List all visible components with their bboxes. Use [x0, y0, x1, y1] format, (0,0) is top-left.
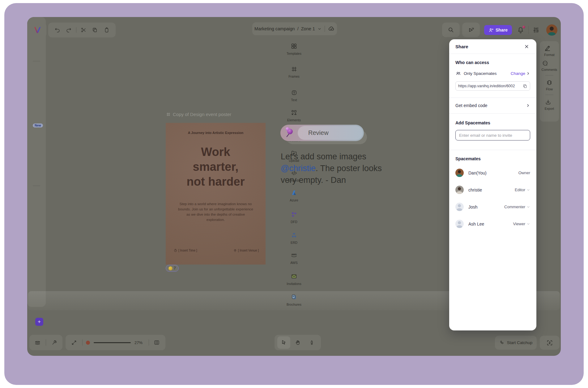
new-badge: New: [33, 123, 43, 127]
zoom-slider-track[interactable]: [94, 342, 131, 343]
change-label: Change: [511, 71, 525, 76]
app-logo[interactable]: [30, 23, 46, 37]
vani-logo-icon: [34, 26, 42, 34]
frame-icon-small: [166, 112, 171, 117]
rail-item-export[interactable]: Export: [545, 99, 554, 110]
chevron-right-icon: [526, 71, 530, 75]
rail-item-flow[interactable]: Flow: [546, 79, 553, 91]
zia-button[interactable]: [540, 336, 560, 350]
left-sidebar: Templates Frames Text Elements New Struc…: [27, 17, 46, 307]
close-icon[interactable]: [524, 43, 530, 50]
format-icon: [544, 45, 554, 52]
right-rail: Format Comments Flow Export: [540, 41, 559, 122]
sidebar-divider: [33, 61, 40, 61]
avatar-head: [550, 27, 554, 31]
role-dropdown[interactable]: Viewer: [513, 222, 530, 226]
add-library-button[interactable]: +: [35, 318, 43, 326]
reaction-badge[interactable]: 7: [166, 265, 179, 272]
zia-icon: [546, 339, 553, 346]
phone-icon: [499, 340, 505, 345]
avatar-dan: [455, 169, 464, 177]
redo-icon[interactable]: [65, 26, 73, 34]
rail-item-format[interactable]: Format: [544, 45, 554, 57]
pin-icon[interactable]: [50, 338, 59, 347]
review-tag[interactable]: Review: [280, 125, 364, 141]
breadcrumb-project[interactable]: Marketing campaign: [254, 26, 295, 31]
app-window: Marketing campaign / Zone 1 Share Templa…: [27, 17, 561, 356]
rail-label: Export: [545, 107, 554, 110]
chevron-down-icon[interactable]: [317, 27, 322, 31]
notifications-button[interactable]: [517, 26, 525, 34]
access-value: Only Spacemates: [464, 71, 497, 76]
rail-label: Comments: [542, 68, 557, 71]
spacemate-name: christie: [468, 188, 510, 192]
person-add-icon: [488, 28, 494, 33]
pen-tool[interactable]: [305, 336, 318, 349]
edit-toolbar: [48, 23, 116, 37]
share-link-input[interactable]: [458, 84, 523, 88]
get-embed-row[interactable]: Get embed code: [449, 97, 536, 114]
poster-canvas-object[interactable]: A Journey into Artistic Expression Work …: [166, 123, 266, 265]
minimap-icon[interactable]: [152, 338, 161, 347]
avatar-placeholder: [455, 203, 464, 211]
share-panel-header: Share: [449, 39, 536, 54]
share-link-box: [455, 81, 530, 91]
preferences-button[interactable]: [532, 26, 540, 34]
comment-mention[interactable]: @christie: [281, 164, 316, 173]
breadcrumb-zone[interactable]: Zone 1: [301, 26, 315, 31]
chevron-down-icon: [526, 205, 530, 209]
present-icon: [468, 27, 475, 33]
access-row: Only Spacemates Change: [455, 71, 530, 76]
insert-time-text: [ Insert Time ]: [178, 249, 197, 252]
rail-label: Format: [544, 53, 554, 57]
start-catchup-button[interactable]: Start Catchup: [495, 336, 537, 350]
review-tag-inner: Review: [298, 126, 363, 140]
sidebar-divider: [33, 186, 40, 186]
poster-kicker: A Journey into Artistic Expression: [166, 131, 266, 135]
sliders-icon: [532, 26, 540, 34]
poster-venue: [ Insert Venue ]: [233, 249, 259, 252]
expand-icon[interactable]: [70, 338, 79, 347]
breadcrumb[interactable]: Marketing campaign / Zone 1: [252, 22, 337, 35]
layers-icon[interactable]: [33, 338, 42, 347]
comment-before: Let's add some images: [281, 152, 366, 161]
role-dropdown[interactable]: Commenter: [504, 205, 530, 209]
select-tool[interactable]: [277, 336, 290, 349]
cloud-saved-icon: [328, 25, 335, 32]
search-icon: [448, 27, 454, 33]
rail-item-comments[interactable]: Comments: [542, 60, 557, 71]
paste-icon[interactable]: [102, 26, 111, 34]
present-button[interactable]: [462, 23, 480, 37]
access-section: Who can access Only Spacemates Change: [449, 54, 536, 91]
tool-switcher: [275, 335, 321, 350]
change-access-button[interactable]: Change: [511, 71, 530, 76]
hand-tool[interactable]: [291, 336, 304, 349]
invite-input[interactable]: [455, 130, 530, 140]
chevron-down-icon: [526, 188, 530, 192]
role-dropdown[interactable]: Editor: [515, 188, 530, 192]
people-icon: [455, 71, 461, 76]
topbar-divider: [528, 26, 529, 34]
poster-title-line: not harder: [166, 174, 266, 189]
cut-icon[interactable]: [79, 26, 88, 34]
spacemate-row: Josh Commenter: [455, 198, 530, 215]
copy-link-icon[interactable]: [523, 84, 527, 88]
poster-title-line: smarter,: [166, 159, 266, 174]
frame-title[interactable]: Copy of Design event poster: [166, 112, 231, 117]
canvas-comment-text[interactable]: Let's add some images @christie. The pos…: [281, 151, 387, 186]
search-button[interactable]: [442, 23, 460, 37]
user-avatar[interactable]: [546, 24, 557, 36]
zoom-slider-handle[interactable]: [86, 341, 90, 345]
spacemate-name: Josh: [468, 205, 500, 209]
share-button[interactable]: Share: [484, 25, 512, 35]
spacemates-section: Spacemates Dan(You) Owner christie Edito…: [449, 150, 536, 232]
frame-title-text[interactable]: Copy of Design event poster: [173, 112, 231, 117]
toolbar-divider: [76, 27, 76, 33]
rail-divider: [545, 95, 553, 95]
layers-toolbar: [29, 335, 62, 350]
copy-icon[interactable]: [91, 26, 99, 34]
undo-icon[interactable]: [53, 26, 62, 34]
add-spacemates-heading: Add Spacemates: [455, 120, 530, 125]
location-pin-icon: [233, 249, 237, 252]
spacemate-row: Dan(You) Owner: [455, 164, 530, 181]
